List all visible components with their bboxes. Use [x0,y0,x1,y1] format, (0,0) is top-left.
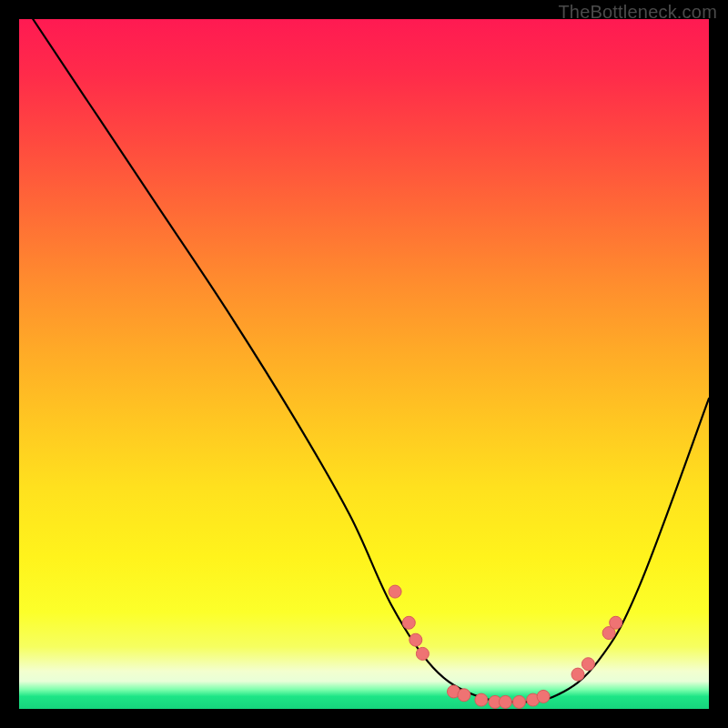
data-dot [581,658,594,671]
data-dot [475,693,488,706]
bottleneck-curve [33,19,709,702]
data-dot [402,616,415,629]
highlight-dots [389,585,622,708]
plot-area [19,19,709,709]
data-dot [571,668,584,681]
watermark-text: TheBottleneck.com [558,2,717,23]
data-dot [410,633,422,646]
chart-frame: TheBottleneck.com [0,0,728,728]
data-dot [458,689,470,702]
data-dot [389,585,401,598]
data-dot [513,695,526,708]
data-dot [416,647,429,660]
data-dot [499,695,511,708]
curve-layer [19,19,709,709]
data-dot [537,690,550,703]
data-dot [610,616,622,629]
